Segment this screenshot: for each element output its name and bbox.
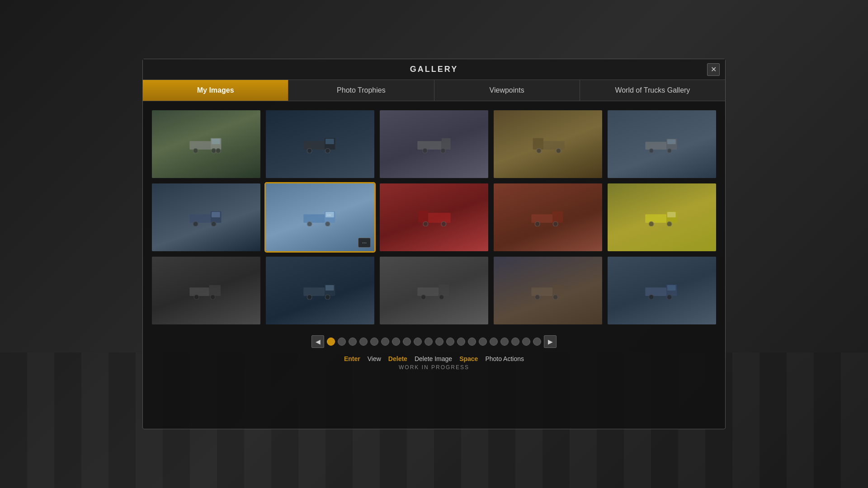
image-thumbnail-5: [608, 110, 716, 178]
svg-rect-24: [189, 214, 211, 223]
svg-rect-58: [439, 285, 449, 296]
pagination-dot-14[interactable]: [479, 338, 487, 346]
svg-point-9: [325, 148, 330, 153]
image-cell-15[interactable]: [608, 257, 716, 324]
svg-point-8: [307, 148, 312, 153]
gallery-area: DAF ···: [143, 101, 725, 429]
image-thumbnail-13: [380, 257, 488, 324]
tab-viewpoints[interactable]: Viewpoints: [434, 80, 580, 101]
svg-rect-62: [552, 285, 563, 296]
image-cell-11[interactable]: [152, 257, 260, 324]
image-grid-row3: [152, 257, 716, 324]
pagination-dot-11[interactable]: [446, 338, 454, 346]
pagination-dot-8[interactable]: [414, 338, 422, 346]
pagination-dot-6[interactable]: [392, 338, 400, 346]
image-thumbnail-15: [608, 257, 716, 324]
image-thumbnail-12: [266, 257, 374, 324]
pagination-dot-7[interactable]: [403, 338, 411, 346]
modal-header: GALLERY ✕: [143, 59, 725, 80]
hotkey-space-label: Photo Actions: [485, 355, 524, 362]
tab-photo-trophies[interactable]: Photo Trophies: [288, 80, 434, 101]
svg-point-18: [537, 148, 542, 153]
tab-my-images[interactable]: My Images: [143, 80, 288, 101]
svg-rect-48: [189, 287, 209, 296]
pagination-dot-9[interactable]: [425, 338, 433, 346]
image-cell-12[interactable]: [266, 257, 374, 324]
pagination-dot-0[interactable]: [327, 338, 335, 346]
truck-icon-2: [302, 135, 338, 153]
svg-rect-52: [303, 287, 325, 296]
svg-rect-57: [417, 287, 439, 296]
svg-point-60: [439, 295, 444, 300]
svg-point-32: [325, 221, 330, 226]
image-cell-13[interactable]: [380, 257, 488, 324]
image-cell-8[interactable]: [380, 183, 488, 251]
hotkey-delete-key: Delete: [388, 355, 407, 362]
svg-point-31: [307, 221, 312, 226]
svg-point-63: [535, 295, 540, 300]
close-button[interactable]: ✕: [707, 63, 720, 76]
svg-rect-35: [428, 213, 451, 223]
pagination-dot-15[interactable]: [490, 338, 498, 346]
pagination-dot-2[interactable]: [349, 338, 357, 346]
image-cell-6[interactable]: [152, 183, 260, 251]
truck-icon-8: [416, 208, 452, 226]
pagination-dot-1[interactable]: [338, 338, 346, 346]
image-cell-9[interactable]: [494, 183, 602, 251]
image-cell-4[interactable]: [494, 110, 602, 178]
image-cell-2[interactable]: [266, 110, 374, 178]
image-cell-14[interactable]: [494, 257, 602, 324]
more-options-button[interactable]: ···: [358, 238, 371, 248]
pagination-dot-19[interactable]: [533, 338, 541, 346]
svg-rect-47: [667, 212, 676, 217]
pagination-dot-17[interactable]: [511, 338, 519, 346]
svg-rect-49: [209, 285, 221, 296]
tab-bar: My Images Photo Trophies Viewpoints Worl…: [143, 80, 725, 101]
svg-point-45: [649, 221, 654, 226]
svg-point-59: [421, 295, 426, 300]
image-thumbnail-10: [608, 183, 716, 251]
truck-icon-3: [416, 135, 452, 153]
image-cell-7[interactable]: DAF ···: [266, 183, 374, 251]
pagination-dot-13[interactable]: [468, 338, 476, 346]
image-cell-3[interactable]: [380, 110, 488, 178]
svg-text:DAF: DAF: [327, 214, 332, 216]
svg-rect-5: [212, 139, 220, 144]
svg-rect-36: [418, 211, 428, 223]
svg-point-68: [667, 295, 672, 300]
pagination-dot-12[interactable]: [457, 338, 465, 346]
image-cell-10[interactable]: [608, 183, 716, 251]
svg-rect-29: [303, 214, 325, 223]
truck-icon-14: [530, 282, 566, 300]
svg-point-42: [553, 221, 558, 226]
truck-icon-6: [188, 208, 224, 226]
svg-rect-15: [543, 141, 565, 150]
svg-point-51: [210, 295, 215, 300]
svg-point-64: [553, 295, 558, 300]
image-thumbnail-11: [152, 257, 260, 324]
image-cell-1[interactable]: [152, 110, 260, 178]
pagination-dot-3[interactable]: [359, 338, 368, 346]
hotkey-enter-label: View: [368, 355, 381, 362]
pagination-dot-18[interactable]: [522, 338, 530, 346]
pagination-bar: ◀ ▶: [152, 330, 716, 352]
svg-rect-43: [645, 214, 666, 223]
pagination-next[interactable]: ▶: [544, 335, 557, 348]
pagination-dot-10[interactable]: [435, 338, 443, 346]
truck-icon-12: [302, 282, 338, 300]
truck-icon-7: DAF: [302, 208, 338, 226]
image-cell-5[interactable]: [608, 110, 716, 178]
tab-world-of-trucks[interactable]: World of Trucks Gallery: [580, 80, 725, 101]
pagination-prev[interactable]: ◀: [311, 335, 324, 348]
pagination-dot-4[interactable]: [370, 338, 378, 346]
image-thumbnail-14: [494, 257, 602, 324]
hotkey-space-key: Space: [459, 355, 478, 362]
svg-rect-19: [645, 142, 666, 150]
svg-rect-69: [667, 285, 676, 291]
pagination-dot-5[interactable]: [381, 338, 389, 346]
truck-icon-11: [188, 282, 224, 300]
pagination-dot-16[interactable]: [500, 338, 509, 346]
image-thumbnail-4: [494, 110, 602, 178]
svg-point-22: [667, 149, 671, 153]
svg-rect-40: [552, 211, 563, 223]
